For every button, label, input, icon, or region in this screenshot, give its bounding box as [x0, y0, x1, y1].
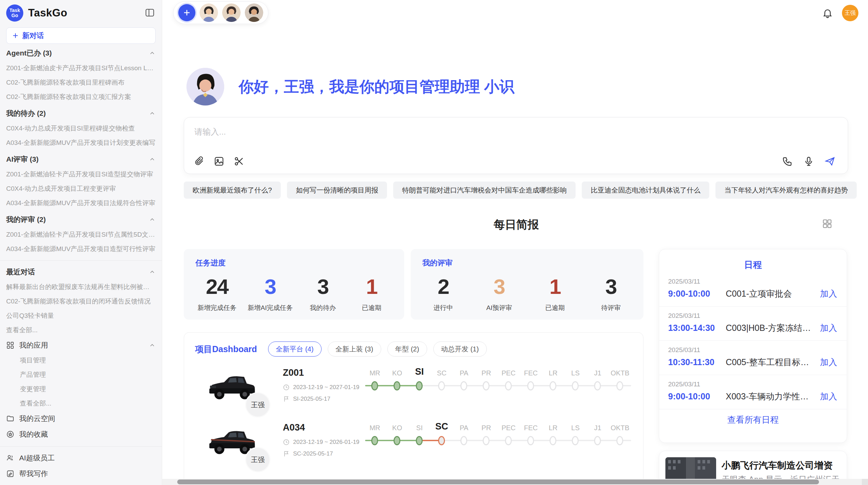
scissors-icon[interactable]: [233, 156, 244, 167]
tab-new-platform[interactable]: 全新平台 (4): [268, 341, 322, 357]
tab-new-body[interactable]: 全新上装 (3): [328, 341, 381, 357]
user-avatar[interactable]: 王强: [842, 5, 858, 21]
assistant-avatar: [186, 68, 224, 105]
stat-overdue: 1 已逾期: [536, 274, 574, 312]
chevron-up-icon: [149, 269, 156, 275]
clock-icon: [283, 439, 290, 446]
add-conversation-button[interactable]: [178, 4, 195, 21]
logo-line-2: Go: [11, 13, 18, 18]
sidebar-item-cloud-space[interactable]: 我的云空间: [6, 411, 156, 426]
project-row-z001[interactable]: 王强 Z001 2023-12-19 ~ 2027-01-19 SI-2025-…: [184, 362, 643, 416]
new-chat-label: 新对话: [22, 31, 44, 40]
stat-overdue: 1 已逾期: [353, 274, 390, 312]
section-header-recent[interactable]: 最近对话: [6, 264, 156, 280]
section-header-ai-review[interactable]: AI评审 (3): [6, 151, 156, 167]
sidebar-item-my-apps[interactable]: 我的应用: [6, 337, 156, 353]
section-title: AI评审 (3): [6, 154, 39, 164]
list-item[interactable]: Z001-全新燃油皮卡产品开发项目SI节点Lesson Learn报告: [6, 61, 156, 75]
divider: [0, 446, 162, 447]
schedule-time: 13:00-14:30: [668, 323, 726, 333]
list-item[interactable]: C0X4-动力总成开发项目工程变更评审: [6, 182, 156, 196]
section-header-agent-done[interactable]: Agent已办 (3): [6, 45, 156, 61]
view-all-schedule-link[interactable]: 查看所有日程: [659, 409, 847, 425]
schedule-title: 日程: [659, 249, 847, 272]
app-logo: Task Go: [6, 4, 23, 22]
sidebar-subitem-product-mgmt[interactable]: 产品管理: [6, 368, 156, 382]
layout-grid-icon[interactable]: [822, 219, 832, 229]
schedule-time: 9:00-10:00: [668, 289, 726, 299]
list-item[interactable]: A034-全新新能源MUV产品开发项目计划变更表编写: [6, 136, 156, 150]
new-chat-button[interactable]: 新对话: [6, 27, 156, 44]
avatar[interactable]: [245, 3, 263, 22]
avatar[interactable]: [222, 3, 241, 22]
sidebar-item-ai-super-staff[interactable]: AI超级员工: [6, 450, 156, 466]
sidebar-collapse-icon[interactable]: [145, 8, 155, 18]
sidebar-subitem-change-mgmt[interactable]: 变更管理: [6, 382, 156, 396]
sidebar-subitem-project-mgmt[interactable]: 项目管理: [6, 353, 156, 368]
sidebar-item-creative-drawing[interactable]: 创意制图: [6, 482, 156, 485]
join-link[interactable]: 加入: [820, 391, 837, 402]
join-link[interactable]: 加入: [820, 322, 837, 334]
milestone-track: MRKOSISCPAPRPECFECLRLSJ1OKTB: [364, 419, 635, 448]
attachment-icon[interactable]: [194, 156, 205, 167]
list-item[interactable]: Z001-全新燃油轻卡产品开发项目SI节点属性5D文件评审: [6, 227, 156, 242]
tab-year-model[interactable]: 年型 (2): [387, 341, 427, 357]
app-title: TaskGo: [28, 7, 67, 19]
list-item[interactable]: C0X4-动力总成开发项目SI里程碑提交物检查: [6, 121, 156, 136]
card-title: 任务进度: [195, 258, 393, 268]
suggestion-chip[interactable]: 当下年轻人对汽车外观有怎样的喜好趋势: [715, 182, 857, 199]
schedule-item: 2025/03/11 9:00-10:00 C001-立项审批会 加入: [659, 272, 847, 307]
microphone-icon[interactable]: [803, 156, 814, 167]
tab-powertrain[interactable]: 动总开发 (1): [433, 341, 487, 357]
image-icon[interactable]: [214, 156, 225, 167]
section-header-my-review[interactable]: 我的评审 (2): [6, 212, 156, 227]
conversation-toolbar: [173, 1, 268, 24]
list-item[interactable]: A034-全新新能源MUV产品开发项目造型可行性评审: [6, 242, 156, 256]
section-header-my-todo[interactable]: 我的待办 (2): [6, 105, 156, 121]
sidebar-item-label: 我的云空间: [19, 414, 55, 423]
chevron-up-icon: [149, 110, 156, 117]
sidebar-item-label: AI超级员工: [19, 453, 55, 463]
project-flag-date: SI-2025-05-17: [283, 396, 330, 402]
project-period: 2023-12-19 ~ 2026-01-19: [283, 439, 359, 446]
list-item[interactable]: C02-飞腾新能源轻客改款项目里程碑画布: [6, 75, 156, 90]
horizontal-scrollbar-thumb[interactable]: [177, 480, 819, 484]
stat-pending-review: 3 待评审: [592, 274, 630, 312]
suggestion-chip[interactable]: 欧洲新规最近颁布了什么?: [184, 182, 281, 199]
send-icon[interactable]: [824, 156, 835, 167]
project-owner-badge: 王强: [245, 392, 270, 418]
list-item[interactable]: 查看全部...: [6, 323, 156, 337]
horizontal-scrollbar-track[interactable]: [162, 479, 868, 485]
list-item[interactable]: Z001-全新燃油轻卡产品开发项目SI造型提交物评审: [6, 167, 156, 182]
stat-ai-pre-review: 3 AI预评审: [480, 274, 518, 312]
plus-icon: [183, 9, 191, 17]
sidebar-item-favorites[interactable]: 我的收藏: [6, 426, 156, 442]
join-link[interactable]: 加入: [820, 357, 837, 368]
sidebar-item-label: 帮我写作: [19, 469, 48, 478]
project-row-a034[interactable]: 王强 A034 2023-12-19 ~ 2026-01-19 SC-2025-…: [184, 417, 643, 471]
message-input[interactable]: [194, 126, 837, 148]
phone-call-icon[interactable]: [782, 156, 793, 167]
stat-in-progress: 2 进行中: [424, 274, 462, 312]
list-item[interactable]: 公司Q3轻卡销量: [6, 309, 156, 323]
list-item[interactable]: A034-全新新能源MUV产品开发项目法规符合性评审: [6, 196, 156, 210]
task-progress-card: 任务进度 24 新增完成任务 3 新增AI完成任务 3 我的待办 1 已逾期: [184, 249, 404, 320]
sidebar-subitem-view-all[interactable]: 查看全部...: [6, 396, 156, 411]
section-title: Agent已办 (3): [6, 48, 52, 58]
schedule-card: 日程 2025/03/11 9:00-10:00 C001-立项审批会 加入 2…: [659, 249, 847, 443]
list-item[interactable]: 解释最新出台的欧盟报废车法规再生塑料比例被调至15%...: [6, 280, 156, 294]
avatar[interactable]: [200, 3, 218, 22]
suggestion-chip[interactable]: 特朗普可能对进口汽车增税会对中国车企造成哪些影响: [393, 182, 576, 199]
list-item[interactable]: C02-飞腾新能源轻客改款项目立项汇报方案: [6, 90, 156, 104]
schedule-time: 10:30-11:30: [668, 357, 726, 367]
list-item[interactable]: C02-飞腾新能源轻客改款项目的闭环通告反馈情况: [6, 294, 156, 309]
flag-icon: [283, 396, 290, 402]
notification-bell-icon[interactable]: [822, 8, 833, 18]
section-title: 我的评审 (2): [6, 215, 46, 224]
composer-left-actions: [194, 156, 244, 167]
suggestion-chip[interactable]: 如何写一份清晰的项目周报: [287, 182, 387, 199]
suggestion-chip[interactable]: 比亚迪全固态电池计划具体说了什么: [582, 182, 709, 199]
sidebar-item-help-me-write[interactable]: 帮我写作: [6, 466, 156, 482]
join-link[interactable]: 加入: [820, 288, 837, 299]
dashboard-header: 项目Dashboard 全新平台 (4) 全新上装 (3) 年型 (2) 动总开…: [184, 333, 643, 360]
